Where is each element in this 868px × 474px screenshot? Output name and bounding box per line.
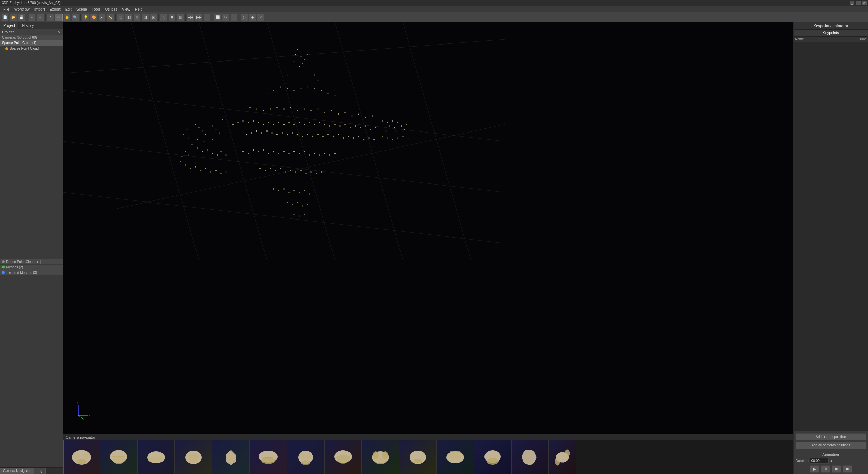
add-all-cameras-button[interactable]: Add all cameras positions xyxy=(796,442,866,449)
stop-button[interactable]: ⏹ xyxy=(832,465,841,473)
solid-button[interactable]: ⬢ xyxy=(168,14,176,21)
color-button[interactable]: 🎨 xyxy=(90,14,98,21)
duration-stepper-up[interactable]: ▲ xyxy=(830,459,833,462)
select-button[interactable]: ↖ xyxy=(47,14,54,21)
paint-button[interactable]: 🖌 xyxy=(98,14,106,21)
cam-list[interactable]: ☰ xyxy=(203,14,211,21)
separator-5 xyxy=(158,14,159,21)
viewport[interactable]: X Z Y xyxy=(63,22,793,434)
svg-point-96 xyxy=(334,124,336,125)
svg-point-219 xyxy=(114,90,114,90)
list-item[interactable] xyxy=(549,440,576,474)
textured-dot xyxy=(2,271,5,274)
svg-point-255 xyxy=(306,453,312,459)
list-item[interactable] xyxy=(138,440,175,474)
menu-utilities[interactable]: Utilities xyxy=(103,7,119,12)
svg-point-113 xyxy=(188,155,189,156)
new-button[interactable]: 📄 xyxy=(1,14,9,21)
list-item[interactable] xyxy=(512,440,549,474)
pause-button[interactable]: ⏸ xyxy=(821,465,830,473)
view-right[interactable]: ▣ xyxy=(150,14,157,21)
zoom-button[interactable]: 🔍 xyxy=(71,14,79,21)
textured-label: Textured Meshes (3) xyxy=(6,271,37,275)
svg-point-82 xyxy=(263,124,264,125)
ruler-button[interactable]: ⊢ xyxy=(230,14,238,21)
view-back[interactable]: ◧ xyxy=(125,14,133,21)
menu-scene[interactable]: Scene xyxy=(74,7,89,12)
open-button[interactable]: 📂 xyxy=(10,14,17,21)
texture-button[interactable]: ▦ xyxy=(176,14,184,21)
next-cam[interactable]: ▶▶ xyxy=(195,14,203,21)
sparse-point-cloud-selected[interactable]: Sparse Point Cloud (1) xyxy=(0,40,63,46)
list-item[interactable] xyxy=(362,440,399,474)
save-button[interactable]: 💾 xyxy=(18,14,25,21)
menu-help[interactable]: Help xyxy=(133,7,145,12)
menu-export[interactable]: Export xyxy=(48,7,63,12)
list-item[interactable] xyxy=(325,440,362,474)
tab-keypoints[interactable]: Keypoints xyxy=(794,30,868,36)
cam-nav-tab[interactable]: Camera Navigator xyxy=(0,468,34,474)
menu-tools[interactable]: Tools xyxy=(90,7,103,12)
svg-point-53 xyxy=(188,138,189,138)
cameras-item[interactable]: Cameras (58 out of 60) xyxy=(0,35,63,40)
svg-point-34 xyxy=(314,88,315,89)
list-item[interactable] xyxy=(250,440,287,474)
record-button[interactable]: ⏺ xyxy=(843,465,852,473)
svg-point-122 xyxy=(210,171,211,173)
svg-point-46 xyxy=(209,122,209,123)
svg-point-20 xyxy=(309,65,310,65)
menu-import[interactable]: Import xyxy=(32,7,47,12)
list-item[interactable] xyxy=(175,440,212,474)
textured-meshes-item[interactable]: Textured Meshes (3) xyxy=(0,270,63,276)
close-button[interactable]: ✕ xyxy=(862,1,867,5)
sparse-dot xyxy=(5,47,8,50)
redo-button[interactable]: ↪ xyxy=(36,14,44,21)
animation-section: Animation Duration ▲ ▶ ⏸ ⏹ ⏺ xyxy=(794,451,868,474)
dense-point-clouds-item[interactable]: Dense Point Clouds (1) xyxy=(0,259,63,265)
rotate-button[interactable]: ⟳ xyxy=(55,14,63,21)
duration-input[interactable] xyxy=(810,458,829,464)
play-button[interactable]: ▶ xyxy=(810,465,819,473)
help-button[interactable]: ? xyxy=(257,14,265,21)
sparse-point-cloud-item[interactable]: Sparse Point Cloud xyxy=(0,46,63,51)
list-item[interactable] xyxy=(437,440,474,474)
log-tab[interactable]: Log xyxy=(34,468,46,474)
menu-view[interactable]: View xyxy=(120,7,132,12)
list-item[interactable] xyxy=(474,440,512,474)
list-item[interactable] xyxy=(287,440,325,474)
svg-point-204 xyxy=(288,192,290,193)
svg-point-55 xyxy=(204,141,205,142)
panel-close-icon[interactable]: ✕ xyxy=(57,30,61,34)
wireframe-button[interactable]: ⬡ xyxy=(160,14,168,21)
bbox-button[interactable]: ⬜ xyxy=(214,14,221,21)
maximize-button[interactable]: □ xyxy=(856,1,861,5)
svg-point-196 xyxy=(300,170,302,171)
keyframe-button[interactable]: ◆ xyxy=(249,14,256,21)
list-item[interactable] xyxy=(399,440,437,474)
svg-point-63 xyxy=(290,107,291,108)
view-front[interactable]: ◫ xyxy=(117,14,124,21)
anim-button[interactable]: ▷ xyxy=(241,14,248,21)
animation-controls-row: Duration ▲ xyxy=(796,458,866,464)
svg-point-243 xyxy=(113,456,125,464)
menu-edit[interactable]: Edit xyxy=(63,7,74,12)
svg-point-177 xyxy=(283,151,285,152)
pan-button[interactable]: ✋ xyxy=(63,14,71,21)
undo-button[interactable]: ↩ xyxy=(28,14,36,21)
menu-file[interactable]: File xyxy=(1,7,12,12)
measure-button[interactable]: 📏 xyxy=(106,14,114,21)
menu-workflow[interactable]: Workflow xyxy=(12,7,32,12)
view-left[interactable]: ◨ xyxy=(141,14,149,21)
list-item[interactable] xyxy=(63,440,100,474)
light-button[interactable]: 💡 xyxy=(82,14,89,21)
add-current-position-button[interactable]: Add current position xyxy=(796,433,866,440)
tab-project[interactable]: Project xyxy=(0,22,19,29)
view-top[interactable]: ⊞ xyxy=(133,14,141,21)
list-item[interactable] xyxy=(100,440,138,474)
cut-button[interactable]: ✂ xyxy=(222,14,229,21)
tab-history[interactable]: History xyxy=(19,22,37,29)
prev-cam[interactable]: ◀◀ xyxy=(187,14,194,21)
list-item[interactable] xyxy=(212,440,250,474)
minimize-button[interactable]: _ xyxy=(850,1,854,5)
meshes-item[interactable]: Meshes (2) xyxy=(0,265,63,270)
